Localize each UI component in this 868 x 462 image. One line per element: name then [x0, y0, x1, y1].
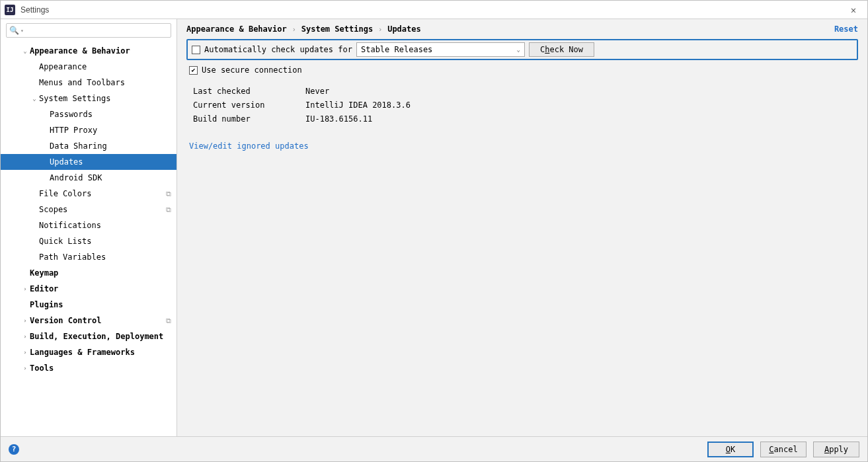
sidebar-item-label: Quick Lists — [39, 237, 91, 246]
sidebar-item-label: Data Sharing — [50, 141, 107, 151]
project-level-icon: ⧉ — [166, 190, 171, 198]
sidebar-item-label: HTTP Proxy — [50, 126, 97, 135]
breadcrumb-3: Updates — [387, 24, 421, 34]
breadcrumb: Appearance & Behavior › System Settings … — [177, 19, 867, 39]
chevron-right-icon: › — [292, 26, 296, 33]
sidebar: 🔍 ▾ ⌄Appearance & BehaviorAppearanceMenu… — [1, 19, 177, 436]
sidebar-item-menus-toolbars[interactable]: Menus and Toolbars — [1, 75, 177, 91]
apply-button[interactable]: Apply — [813, 442, 859, 457]
info-row: Current versionIntelliJ IDEA 2018.3.6 — [193, 98, 858, 112]
sidebar-item-passwords[interactable]: Passwords — [1, 106, 177, 122]
close-button[interactable]: ✕ — [844, 5, 863, 15]
sidebar-item-quick-lists[interactable]: Quick Lists — [1, 233, 177, 249]
sidebar-item-label: Keymap — [30, 268, 58, 278]
dialog-footer: ? OK Cancel Apply — [1, 436, 867, 461]
auto-check-label: Automatically check updates for — [204, 45, 352, 54]
sidebar-item-label: Notifications — [39, 221, 101, 230]
secure-connection-label: Use secure connection — [202, 65, 302, 75]
chevron-down-icon[interactable]: ⌄ — [20, 48, 30, 54]
project-level-icon: ⧉ — [166, 317, 171, 325]
search-input[interactable] — [24, 26, 168, 35]
sidebar-item-build-exec[interactable]: ›Build, Execution, Deployment — [1, 328, 177, 344]
sidebar-item-file-colors[interactable]: File Colors⧉ — [1, 186, 177, 202]
app-icon: IJ — [5, 5, 15, 15]
info-value: Never — [305, 87, 329, 96]
info-row: Last checkedNever — [193, 84, 858, 98]
sidebar-item-system-settings[interactable]: ⌄System Settings — [1, 91, 177, 106]
sidebar-item-appearance-behavior[interactable]: ⌄Appearance & Behavior — [1, 43, 177, 59]
search-input-wrapper[interactable]: 🔍 ▾ — [6, 23, 171, 38]
info-value: IU-183.6156.11 — [305, 114, 372, 124]
project-level-icon: ⧉ — [166, 206, 171, 214]
help-button[interactable]: ? — [9, 444, 19, 455]
check-now-button[interactable]: Check Now — [529, 42, 594, 57]
sidebar-item-updates[interactable]: Updates — [1, 154, 177, 170]
secure-connection-checkbox[interactable] — [189, 66, 198, 75]
sidebar-item-label: Scopes — [39, 205, 67, 214]
sidebar-item-version-control[interactable]: ›Version Control⧉ — [1, 313, 177, 328]
breadcrumb-1[interactable]: Appearance & Behavior — [186, 24, 287, 34]
sidebar-item-label: Version Control — [30, 316, 101, 325]
info-key: Current version — [193, 100, 305, 110]
settings-tree[interactable]: ⌄Appearance & BehaviorAppearanceMenus an… — [1, 42, 177, 436]
sidebar-item-label: System Settings — [39, 94, 110, 103]
title-bar: IJ Settings ✕ — [1, 1, 867, 19]
sidebar-item-label: Passwords — [50, 110, 93, 119]
sidebar-item-lang-frameworks[interactable]: ›Languages & Frameworks — [1, 344, 177, 360]
chevron-right-icon[interactable]: › — [20, 317, 30, 324]
sidebar-item-android-sdk[interactable]: Android SDK — [1, 170, 177, 186]
sidebar-item-label: Updates — [50, 157, 83, 167]
sidebar-item-label: Menus and Toolbars — [39, 78, 125, 87]
sidebar-item-scopes[interactable]: Scopes⧉ — [1, 202, 177, 217]
chevron-right-icon[interactable]: › — [20, 286, 30, 292]
sidebar-item-label: Android SDK — [50, 173, 102, 182]
chevron-right-icon[interactable]: › — [20, 349, 30, 356]
content-pane: Appearance & Behavior › System Settings … — [177, 19, 867, 436]
chevron-down-icon: ⌄ — [517, 46, 520, 53]
info-value: IntelliJ IDEA 2018.3.6 — [305, 100, 411, 110]
chevron-right-icon[interactable]: › — [20, 333, 30, 340]
update-channel-value: Stable Releases — [361, 45, 517, 54]
sidebar-item-label: Appearance & Behavior — [30, 46, 130, 56]
sidebar-item-tools[interactable]: ›Tools — [1, 360, 177, 376]
sidebar-item-editor[interactable]: ›Editor — [1, 281, 177, 297]
sidebar-item-label: Build, Execution, Deployment — [30, 332, 163, 341]
info-key: Build number — [193, 114, 305, 124]
sidebar-item-appearance[interactable]: Appearance — [1, 59, 177, 75]
sidebar-item-keymap[interactable]: Keymap — [1, 265, 177, 281]
sidebar-item-label: Plugins — [30, 300, 63, 309]
sidebar-item-data-sharing[interactable]: Data Sharing — [1, 138, 177, 154]
sidebar-item-plugins[interactable]: Plugins — [1, 297, 177, 313]
update-info-block: Last checkedNeverCurrent versionIntelliJ… — [186, 84, 858, 126]
sidebar-item-label: Languages & Frameworks — [30, 348, 135, 357]
auto-check-checkbox[interactable] — [192, 46, 200, 54]
cancel-button[interactable]: Cancel — [760, 442, 807, 457]
auto-check-row: Automatically check updates for Stable R… — [186, 39, 858, 60]
chevron-down-icon[interactable]: ⌄ — [30, 95, 39, 102]
breadcrumb-2[interactable]: System Settings — [301, 24, 373, 34]
sidebar-item-label: Path Variables — [39, 252, 106, 262]
info-row: Build numberIU-183.6156.11 — [193, 112, 858, 126]
search-icon: 🔍 — [9, 26, 19, 35]
secure-connection-row: Use secure connection — [186, 64, 858, 76]
sidebar-item-label: File Colors — [39, 189, 91, 198]
sidebar-item-label: Editor — [30, 284, 58, 293]
update-channel-combo[interactable]: Stable Releases ⌄ — [356, 42, 525, 57]
sidebar-item-path-variables[interactable]: Path Variables — [1, 249, 177, 265]
sidebar-item-label: Tools — [30, 364, 54, 373]
sidebar-item-notifications[interactable]: Notifications — [1, 217, 177, 233]
chevron-right-icon: › — [378, 26, 382, 33]
ignored-updates-link[interactable]: View/edit ignored updates — [186, 141, 309, 151]
chevron-right-icon[interactable]: › — [20, 365, 30, 371]
ok-button[interactable]: OK — [707, 442, 754, 457]
reset-link[interactable]: Reset — [834, 24, 858, 34]
info-key: Last checked — [193, 87, 305, 96]
window-title: Settings — [20, 5, 49, 15]
sidebar-item-http-proxy[interactable]: HTTP Proxy — [1, 122, 177, 138]
sidebar-item-label: Appearance — [39, 62, 87, 71]
